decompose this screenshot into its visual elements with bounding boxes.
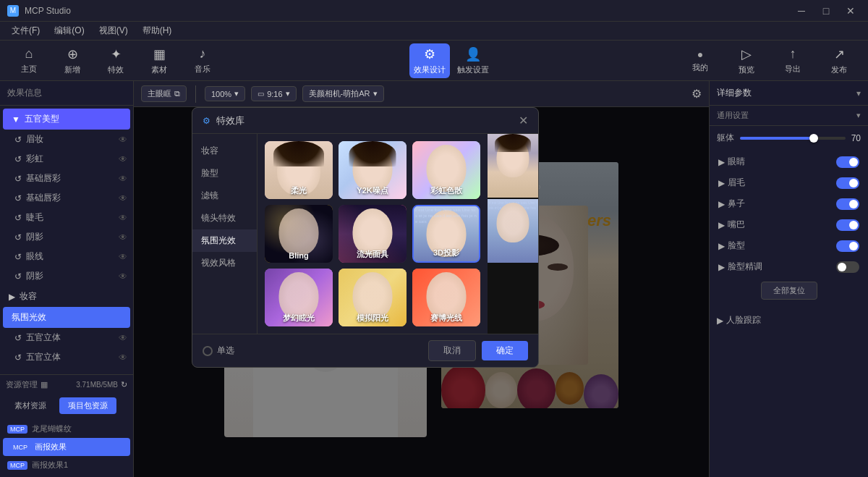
toolbar-publish[interactable]: ↗ 发布	[819, 43, 859, 78]
visibility-icon-6[interactable]: 👁	[119, 232, 127, 242]
effect-dream[interactable]: 梦幻眩光	[265, 269, 333, 326]
preview-icon: ▷	[741, 46, 752, 62]
main-eye-label: 主眼眶	[148, 88, 171, 99]
effect-3d[interactable]: il est Une fois Jene sais Une fois et je…	[412, 205, 480, 263]
toolbar-effect-design[interactable]: ⚙ 效果设计	[409, 43, 450, 78]
main-layout: 效果信息 ▼ 五官美型 ↺ 眉妆 👁 ↺ 彩虹 👁 ↺ 基础唇彩 👁	[0, 81, 868, 477]
modal-nav-atmosphere[interactable]: 氛围光效	[192, 229, 257, 252]
right-header-arrow: ▾	[856, 88, 861, 98]
visibility-icon-4[interactable]: 👁	[119, 193, 127, 203]
project-item-butterfly[interactable]: MCP 龙尾蝴蝶纹	[0, 420, 133, 438]
modal-nav-makeup[interactable]: 妆容	[192, 140, 257, 162]
eyes-toggle[interactable]	[836, 156, 859, 168]
tab-material-resource[interactable]: 素材资源	[6, 397, 55, 414]
nav-sub-shadow2[interactable]: ↺ 阴影 👁	[0, 266, 133, 286]
refresh-icon[interactable]: ↻	[121, 380, 127, 389]
reset-all-button[interactable]: 全部复位	[761, 282, 817, 300]
minimize-button[interactable]: ─	[791, 4, 812, 18]
toolbar-material[interactable]: ▦ 素材	[139, 43, 179, 78]
effect-bling[interactable]: Bling	[265, 205, 333, 263]
modal-footer: 单选 取消 确定	[192, 334, 538, 367]
modal-nav-filter[interactable]: 滤镜	[192, 185, 257, 207]
effect-flow[interactable]: 流光面具	[339, 205, 407, 263]
single-select-label[interactable]: 单选	[203, 345, 234, 357]
nav-sub-eyebrow[interactable]: ↺ 眉妆 👁	[0, 130, 133, 149]
effect-soft[interactable]: 柔光	[265, 141, 333, 199]
main-eye-select[interactable]: 主眼眶 ⧉	[141, 85, 187, 102]
lashes-icon: ↺	[14, 213, 22, 223]
lip1-icon: ↺	[14, 174, 22, 184]
resource-section: 资源管理 ▦ 3.71MB/5MB ↻ 素材资源 项目包资源 MCP 龙尾蝴蝶纹…	[0, 374, 133, 477]
facetune-toggle[interactable]	[836, 261, 859, 273]
camera-select[interactable]: 美颜相机-萌拍AR ▾	[302, 85, 384, 102]
zoom-select[interactable]: 100% ▾	[205, 86, 245, 101]
visibility-icon-10[interactable]: 👁	[119, 353, 127, 363]
nav-sub-shadow1[interactable]: ↺ 阴影 👁	[0, 227, 133, 247]
publish-icon: ↗	[834, 46, 845, 62]
left-nav: ▼ 五官美型 ↺ 眉妆 👁 ↺ 彩虹 👁 ↺ 基础唇彩 👁 ↺ 基础唇彩	[0, 106, 133, 374]
effect-rainbow[interactable]: 彩虹色散	[412, 141, 480, 199]
toolbar-my[interactable]: ● 我的	[680, 43, 720, 78]
nav-sub-lip2[interactable]: ↺ 基础唇彩 👁	[0, 188, 133, 208]
shadow1-icon: ↺	[14, 232, 22, 242]
effect-simulate[interactable]: 模拟阳光	[339, 269, 407, 326]
visibility-icon-8[interactable]: 👁	[119, 271, 127, 282]
visibility-icon-7[interactable]: 👁	[119, 252, 127, 262]
nav-sub-five1[interactable]: ↺ 五官立体 👁	[0, 328, 133, 347]
effect-race[interactable]: 赛博光线	[412, 269, 480, 326]
nav-sub-rainbow[interactable]: ↺ 彩虹 👁	[0, 149, 133, 169]
app-title: MCP Studio	[25, 6, 786, 16]
nav-sub-eyeliner[interactable]: ↺ 眼线 👁	[0, 247, 133, 266]
body-slider-thumb[interactable]	[809, 134, 818, 143]
menu-file[interactable]: 文件(F)	[6, 23, 46, 38]
modal-close-button[interactable]: ✕	[519, 114, 528, 127]
eyebrow-toggle[interactable]	[836, 177, 859, 189]
toolbar-music[interactable]: ♪ 音乐	[182, 43, 223, 78]
resource-tabs: 素材资源 项目包资源	[0, 394, 133, 417]
toolbar-export[interactable]: ↑ 导出	[773, 43, 813, 78]
mouth-toggle[interactable]	[836, 219, 859, 231]
visibility-icon[interactable]: 👁	[119, 135, 127, 145]
nav-sub-five2[interactable]: ↺ 五官立体 👁	[0, 347, 133, 367]
toolbar-touch-settings[interactable]: 👤 触发设置	[453, 43, 493, 78]
visibility-icon-5[interactable]: 👁	[119, 213, 127, 223]
modal-nav-lens[interactable]: 镜头特效	[192, 207, 257, 229]
facetune-toggle-label: 脸型精调	[728, 261, 833, 273]
preview-item-1[interactable]	[488, 134, 538, 199]
body-slider[interactable]	[740, 137, 846, 140]
nav-texture[interactable]: ▶ 妆容	[0, 286, 133, 307]
preview-item-2[interactable]: il est Une fois je ne sais Une fois et j…	[488, 199, 538, 264]
settings-icon-btn[interactable]: ⚙	[692, 87, 702, 101]
visibility-icon-9[interactable]: 👁	[119, 333, 127, 343]
nav-atmosphere[interactable]: 氛围光效	[3, 307, 130, 328]
toolbar-new[interactable]: ⊕ 新增	[52, 43, 93, 78]
nav-sub-lip1[interactable]: ↺ 基础唇彩 👁	[0, 169, 133, 188]
menu-view[interactable]: 视图(V)	[93, 23, 134, 38]
toolbar-home[interactable]: ⌂ 主页	[9, 43, 49, 78]
project-item-poster[interactable]: MCP 画报效果	[3, 438, 130, 456]
maximize-button[interactable]: □	[816, 4, 836, 18]
toolbar-preview[interactable]: ▷ 预览	[726, 43, 767, 78]
nav-sub-lashes[interactable]: ↺ 睫毛 👁	[0, 208, 133, 227]
modal-nav-facetype[interactable]: 脸型	[192, 162, 257, 185]
nav-category-five-senses[interactable]: ▼ 五官美型	[3, 109, 130, 130]
faceshape-toggle[interactable]	[836, 240, 859, 252]
effects-header: 效果信息	[0, 81, 133, 106]
visibility-icon-3[interactable]: 👁	[119, 174, 127, 184]
menu-help[interactable]: 帮助(H)	[137, 23, 178, 38]
tab-project-resource[interactable]: 项目包资源	[59, 397, 116, 414]
cancel-button[interactable]: 取消	[428, 340, 476, 361]
ratio-select[interactable]: ▭ 9:16 ▾	[251, 86, 296, 101]
modal-nav-video[interactable]: 视效风格	[192, 252, 257, 274]
toolbar-effects[interactable]: ✦ 特效	[95, 43, 136, 78]
menu-edit[interactable]: 编辑(O)	[48, 23, 90, 38]
confirm-button[interactable]: 确定	[482, 341, 528, 360]
nose-toggle[interactable]	[836, 198, 859, 210]
face-tracking-row[interactable]: ▶ 人脸跟踪	[710, 310, 868, 331]
effect-y2k[interactable]: Y2K噪点	[339, 141, 407, 199]
texture-label: 妆容	[20, 290, 37, 303]
close-button[interactable]: ✕	[841, 4, 861, 18]
visibility-icon-2[interactable]: 👁	[119, 154, 127, 164]
project-item-poster1[interactable]: MCP 画报效果1	[0, 456, 133, 474]
body-slider-fill	[740, 137, 814, 140]
